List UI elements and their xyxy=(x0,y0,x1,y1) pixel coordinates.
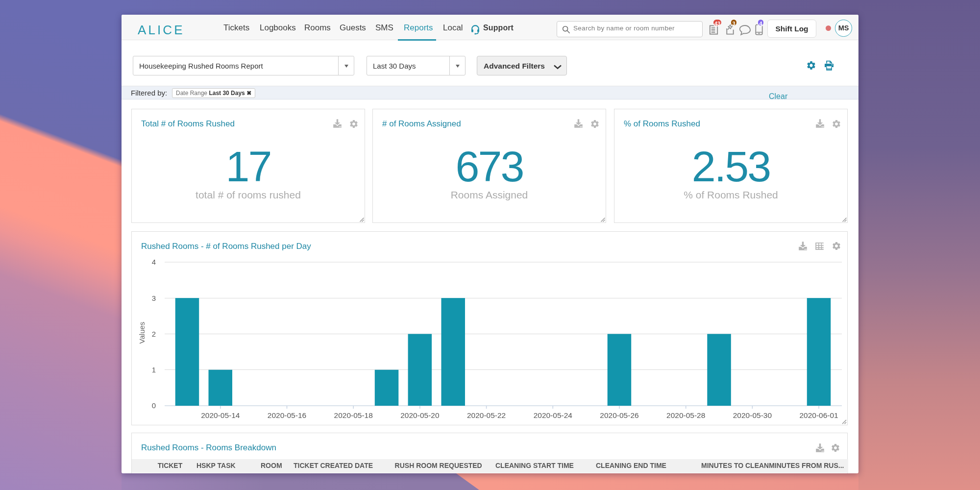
svg-text:2020-05-16: 2020-05-16 xyxy=(268,411,306,419)
svg-text:2020-05-24: 2020-05-24 xyxy=(534,411,573,419)
svg-text:2020-05-28: 2020-05-28 xyxy=(666,411,705,419)
svg-text:2020-06-01: 2020-06-01 xyxy=(799,411,838,419)
svg-text:1: 1 xyxy=(152,366,156,374)
svg-text:Values: Values xyxy=(138,322,146,344)
svg-text:4: 4 xyxy=(152,258,156,266)
svg-text:2020-05-22: 2020-05-22 xyxy=(467,411,506,419)
svg-text:2: 2 xyxy=(152,330,156,338)
svg-text:2020-05-14: 2020-05-14 xyxy=(201,411,240,419)
svg-text:2020-05-30: 2020-05-30 xyxy=(733,411,772,419)
svg-text:2020-05-18: 2020-05-18 xyxy=(334,411,373,419)
svg-text:2020-05-20: 2020-05-20 xyxy=(400,411,440,419)
svg-text:0: 0 xyxy=(152,401,156,410)
svg-text:3: 3 xyxy=(152,294,156,302)
svg-text:2020-05-26: 2020-05-26 xyxy=(600,411,638,419)
